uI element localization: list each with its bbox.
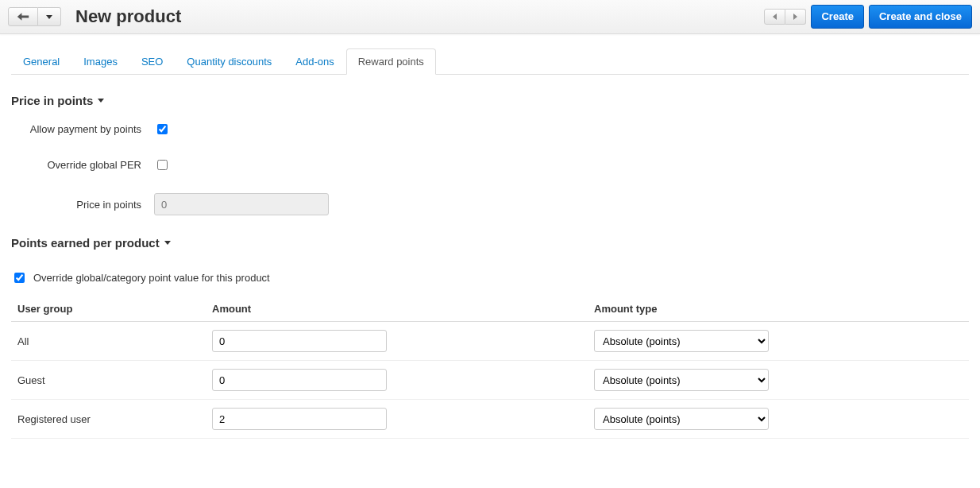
amount-type-cell: Absolute (points)Percent (%)	[588, 400, 969, 439]
usergroup-cell: All	[11, 322, 206, 361]
next-item-button[interactable]	[785, 9, 806, 25]
page-title: New product	[75, 6, 181, 27]
section-title: Points earned per product	[11, 236, 160, 250]
amount-cell	[206, 400, 588, 439]
chevron-right-icon	[793, 14, 797, 20]
amount-type-select[interactable]: Absolute (points)Percent (%)	[594, 369, 769, 391]
points-earned-heading[interactable]: Points earned per product	[11, 236, 171, 250]
col-amount: Amount	[206, 296, 588, 322]
usergroup-cell: Guest	[11, 361, 206, 400]
override-per-checkbox[interactable]	[157, 160, 168, 170]
table-row: GuestAbsolute (points)Percent (%)	[11, 361, 969, 400]
tab-quantity-discounts[interactable]: Quantity discounts	[175, 48, 284, 75]
back-button-group	[8, 7, 61, 26]
col-amount-type: Amount type	[588, 296, 969, 322]
override-global-row: Override global/category point value for…	[11, 270, 969, 285]
tab-add-ons[interactable]: Add-ons	[284, 48, 345, 75]
amount-type-select[interactable]: Absolute (points)Percent (%)	[594, 408, 769, 430]
price-in-points-heading[interactable]: Price in points	[11, 94, 104, 107]
tab-general[interactable]: General	[11, 48, 71, 75]
create-close-button[interactable]: Create and close	[869, 5, 972, 29]
amount-type-cell: Absolute (points)Percent (%)	[588, 322, 969, 361]
amount-cell	[206, 322, 588, 361]
allow-payment-checkbox[interactable]	[157, 124, 168, 134]
content-area: GeneralImagesSEOQuantity discountsAdd-on…	[0, 34, 980, 453]
section-title: Price in points	[11, 94, 93, 107]
tab-images[interactable]: Images	[71, 48, 129, 75]
caret-down-icon	[46, 15, 52, 19]
override-global-checkbox[interactable]	[14, 273, 25, 283]
amount-type-select[interactable]: Absolute (points)Percent (%)	[594, 330, 769, 352]
price-in-points-form: Allow payment by points Override global …	[11, 122, 969, 215]
back-dropdown-toggle[interactable]	[38, 7, 61, 26]
tabs: GeneralImagesSEOQuantity discountsAdd-on…	[11, 48, 969, 75]
override-per-label: Override global PER	[11, 159, 154, 171]
table-row: AllAbsolute (points)Percent (%)	[11, 322, 969, 361]
back-button[interactable]	[8, 7, 38, 26]
price-in-points-label: Price in points	[11, 199, 154, 211]
create-button[interactable]: Create	[811, 5, 863, 29]
prev-item-button[interactable]	[764, 9, 785, 25]
top-right-actions: Create Create and close	[764, 5, 972, 29]
tab-reward-points[interactable]: Reward points	[346, 48, 436, 75]
override-global-label: Override global/category point value for…	[33, 272, 270, 284]
table-row: Registered userAbsolute (points)Percent …	[11, 400, 969, 439]
amount-input[interactable]	[212, 330, 387, 352]
amount-input[interactable]	[212, 408, 387, 430]
col-usergroup: User group	[11, 296, 206, 322]
amount-type-cell: Absolute (points)Percent (%)	[588, 361, 969, 400]
usergroup-cell: Registered user	[11, 400, 206, 439]
amount-input[interactable]	[212, 369, 387, 391]
chevron-left-icon	[773, 14, 777, 20]
caret-down-icon	[98, 99, 104, 103]
points-table: User group Amount Amount type AllAbsolut…	[11, 296, 969, 439]
arrow-left-icon	[17, 12, 29, 21]
top-bar: New product Create Create and close	[0, 0, 980, 34]
amount-cell	[206, 361, 588, 400]
caret-down-icon	[164, 241, 171, 245]
tab-seo[interactable]: SEO	[129, 48, 175, 75]
allow-payment-label: Allow payment by points	[11, 123, 154, 135]
pager-group	[764, 9, 806, 25]
price-in-points-input[interactable]	[154, 193, 329, 215]
